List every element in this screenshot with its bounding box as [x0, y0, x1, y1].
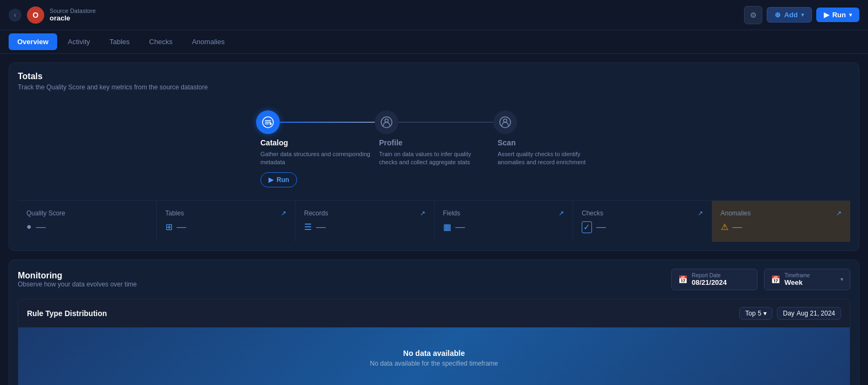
records-arrow-icon: ↗	[420, 209, 425, 217]
datastore-info: Source Datastore oracle	[50, 8, 96, 22]
anomalies-label: Anomalies	[721, 209, 751, 217]
nav-tabs: Overview Activity Tables Checks Anomalie…	[0, 30, 868, 54]
checks-label: Checks	[582, 209, 603, 217]
checks-icon: ✓	[582, 221, 592, 233]
metric-tables[interactable]: Tables ↗ ⊞ —	[157, 201, 296, 242]
anomalies-icon: ⚠	[721, 222, 728, 232]
anomalies-header: Anomalies ↗	[721, 209, 842, 217]
scan-circle	[493, 110, 517, 134]
tab-tables[interactable]: Tables	[101, 33, 139, 50]
fields-icon: ▦	[443, 222, 451, 232]
main-content: Totals Track the Quality Score and key m…	[0, 54, 868, 385]
scan-desc: Assert quality checks to identify anomal…	[498, 150, 608, 167]
timeframe-chevron-icon: ▾	[841, 276, 843, 282]
totals-title: Totals	[18, 72, 850, 81]
day-control: Day Aug 21, 2024	[777, 307, 841, 320]
run-chevron-icon: ▾	[849, 12, 852, 18]
no-data-area: No data available No data available for …	[18, 327, 850, 385]
timeframe-label: Timeframe	[784, 272, 836, 278]
profile-header	[375, 110, 493, 134]
monitoring-title: Monitoring	[18, 271, 137, 281]
topbar: ‹ O Source Datastore oracle ⚙ ⊕ Add ▾ ▶ …	[0, 0, 868, 30]
day-value: Aug 21, 2024	[797, 310, 835, 317]
records-value-row: ☰ —	[304, 221, 425, 233]
tables-label: Tables	[166, 209, 184, 217]
anomalies-value: —	[733, 221, 742, 233]
tab-activity[interactable]: Activity	[59, 33, 99, 50]
totals-subtitle: Track the Quality Score and key metrics …	[18, 83, 850, 91]
report-date-input[interactable]: 📅 Report Date 08/21/2024	[671, 269, 757, 290]
quality-icon: ●	[26, 222, 32, 232]
fields-header: Fields ↗	[443, 209, 564, 217]
oracle-icon: O	[27, 6, 44, 24]
metric-quality-score: Quality Score ● —	[18, 201, 157, 242]
checks-value-row: ✓ —	[582, 221, 703, 233]
records-icon: ☰	[304, 222, 312, 232]
svg-point-5	[504, 119, 507, 122]
catalog-desc: Gather data structures and corresponding…	[260, 150, 370, 167]
scan-content: Scan Assert quality checks to identify a…	[493, 138, 612, 172]
topbar-left: ‹ O Source Datastore oracle	[9, 6, 96, 24]
metric-anomalies[interactable]: Anomalies ↗ ⚠ —	[712, 201, 851, 242]
top-chevron-icon: ▾	[763, 310, 767, 317]
metric-checks[interactable]: Checks ↗ ✓ —	[573, 201, 712, 242]
pipeline-step-catalog: Catalog Gather data structures and corre…	[256, 110, 375, 187]
tab-checks[interactable]: Checks	[141, 33, 181, 50]
catalog-run-button[interactable]: ▶ Run	[260, 172, 297, 187]
settings-button[interactable]: ⚙	[744, 6, 762, 24]
records-header: Records ↗	[304, 209, 425, 217]
tables-value: —	[177, 221, 187, 233]
distribution-controls: Top 5 ▾ Day Aug 21, 2024	[739, 307, 841, 320]
add-button[interactable]: ⊕ Add ▾	[767, 7, 811, 23]
datastore-type: oracle	[50, 14, 96, 22]
timeframe-select[interactable]: 📅 Timeframe Week ▾	[764, 269, 850, 290]
fields-value: —	[456, 221, 465, 233]
add-chevron-icon: ▾	[801, 12, 804, 18]
no-data-subtitle: No data available for the specified time…	[27, 360, 841, 367]
day-label: Day	[783, 310, 794, 317]
metric-fields[interactable]: Fields ↗ ▦ —	[435, 201, 574, 242]
totals-section: Totals Track the Quality Score and key m…	[9, 62, 859, 251]
tables-header: Tables ↗	[166, 209, 287, 217]
quality-value-row: ● —	[26, 221, 148, 233]
profile-name: Profile	[379, 138, 489, 147]
run-button[interactable]: ▶ Run ▾	[816, 8, 859, 22]
top-control[interactable]: Top 5 ▾	[739, 307, 773, 320]
monitoring-subtitle: Observe how your data evolves over time	[18, 281, 137, 288]
metric-records[interactable]: Records ↗ ☰ —	[295, 201, 435, 242]
profile-circle	[375, 110, 398, 134]
metrics-row: Quality Score ● — Tables ↗ ⊞ —	[18, 200, 850, 242]
catalog-header	[256, 110, 375, 134]
catalog-circle	[256, 110, 280, 134]
timeframe-calendar-icon: 📅	[771, 275, 780, 284]
svg-point-3	[385, 119, 388, 122]
anomalies-value-row: ⚠ —	[721, 221, 842, 233]
monitoring-section: Monitoring Observe how your data evolves…	[9, 260, 859, 385]
timeframe-value: Week	[784, 278, 803, 286]
profile-content: Profile Train on data values to infer qu…	[375, 138, 493, 172]
monitoring-title-block: Monitoring Observe how your data evolves…	[18, 271, 137, 288]
top-label: Top	[745, 310, 755, 317]
tab-overview[interactable]: Overview	[9, 33, 57, 50]
fields-arrow-icon: ↗	[559, 209, 564, 217]
quality-label: Quality Score	[26, 209, 65, 217]
checks-value: —	[596, 221, 606, 233]
checks-header: Checks ↗	[582, 209, 703, 217]
calendar-icon: 📅	[678, 275, 687, 284]
quality-value: —	[36, 221, 46, 233]
no-data-title: No data available	[27, 349, 841, 358]
back-button[interactable]: ‹	[9, 9, 22, 22]
tab-anomalies[interactable]: Anomalies	[183, 33, 233, 50]
scan-header	[493, 110, 612, 134]
line-catalog-profile	[280, 122, 375, 123]
tables-arrow-icon: ↗	[281, 209, 286, 217]
distribution-title: Rule Type Distribution	[27, 309, 107, 318]
monitoring-header: Monitoring Observe how your data evolves…	[18, 269, 850, 290]
tables-value-row: ⊞ —	[166, 221, 287, 233]
scan-name: Scan	[498, 138, 608, 147]
datastore-name: Source Datastore	[50, 8, 96, 14]
checks-arrow-icon: ↗	[698, 209, 703, 217]
catalog-content: Catalog Gather data structures and corre…	[256, 138, 375, 187]
distribution-header: Rule Type Distribution Top 5 ▾ Day Aug 2…	[18, 299, 850, 327]
report-date-label: Report Date	[692, 272, 727, 278]
